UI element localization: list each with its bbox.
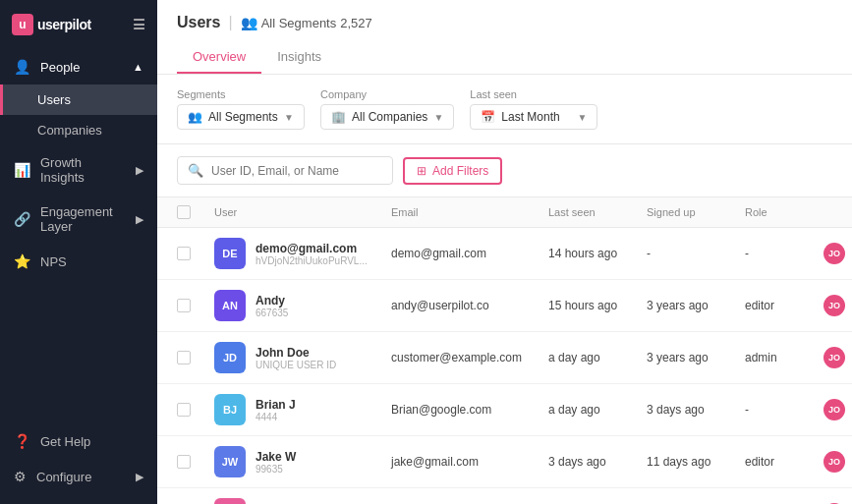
sidebar-item-get-help[interactable]: ❓ Get Help (0, 423, 157, 459)
users-table: User Email Last seen Signed up Role DE d… (157, 197, 852, 504)
row-signed-up-cell: 2 years ago (635, 488, 733, 505)
row-action-cell: JO (812, 228, 852, 280)
row-role-cell: admin (733, 488, 812, 505)
th-last-seen: Last seen (537, 197, 635, 228)
table-header: User Email Last seen Signed up Role (157, 197, 852, 228)
page-title: Users | 👥 All Segments 2,527 (177, 14, 832, 31)
row-checkbox[interactable] (177, 299, 191, 312)
sidebar-item-engagement-layer[interactable]: 🔗 Engagement Layer ▶ (0, 195, 157, 244)
segments-select[interactable]: 👥 All Segments ▼ (177, 104, 305, 130)
row-action-cell: JO (812, 280, 852, 332)
avatar: JW (214, 446, 246, 477)
search-input-wrap[interactable]: 🔍 (177, 156, 393, 185)
company-icon: 🏢 (331, 110, 346, 124)
row-email-cell: samantha@userpilot.co (379, 488, 537, 505)
row-user-cell: DE demo@gmail.com hVDjoN2thiUukoPuRVL... (202, 228, 379, 280)
logo-icon: u (12, 14, 33, 35)
main-header: Users | 👥 All Segments 2,527 Overview In… (157, 0, 852, 75)
th-role: Role (733, 197, 812, 228)
row-user-cell: SA Samantha 71142 (202, 488, 379, 505)
row-action-button[interactable]: JO (824, 295, 845, 316)
row-action-cell: JO (812, 332, 852, 384)
last-seen-select[interactable]: 📅 Last Month ▼ (470, 104, 597, 130)
table-row: JD John Doe UNIQUE USER ID customer@exam… (157, 332, 852, 384)
row-action-button[interactable]: JO (824, 399, 845, 420)
companies-label: Companies (37, 123, 102, 138)
sidebar-item-growth-insights[interactable]: 📊 Growth Insights ▶ (0, 145, 157, 195)
row-signed-up-cell: 3 days ago (635, 384, 733, 436)
row-checkbox[interactable] (177, 455, 191, 469)
row-last-seen-cell: 15 hours ago (537, 280, 635, 332)
row-checkbox[interactable] (177, 403, 191, 417)
row-email-cell: andy@userpilot.co (379, 280, 537, 332)
user-name: John Doe (256, 346, 336, 360)
row-action-button[interactable]: JO (824, 347, 845, 368)
table-row: SA Samantha 71142 samantha@userpilot.co … (157, 488, 852, 505)
segments-label: Segments (177, 88, 305, 100)
row-action-button[interactable]: JO (824, 243, 845, 264)
user-count: 2,527 (340, 16, 372, 30)
people-icon: 👤 (14, 59, 30, 75)
sidebar-item-people[interactable]: 👤 People ▲ (0, 49, 157, 84)
row-role-cell: - (733, 228, 812, 280)
segment-label-text: All Segments (261, 16, 337, 30)
users-label: Users (37, 92, 71, 107)
sidebar: u userpilot ☰ 👤 People ▲ Users Companies… (0, 0, 157, 504)
title-text: Users (177, 14, 220, 31)
row-checkbox[interactable] (177, 247, 191, 260)
row-last-seen-cell: a day ago (537, 384, 635, 436)
company-select[interactable]: 🏢 All Companies ▼ (320, 104, 454, 130)
get-help-label: Get Help (40, 434, 90, 449)
last-seen-icon: 📅 (481, 110, 495, 124)
search-input[interactable] (211, 164, 382, 178)
sidebar-item-label: Engagement Layer (40, 204, 126, 234)
row-action-button[interactable]: JO (824, 451, 845, 473)
row-signed-up-cell: - (635, 228, 733, 280)
chevron-up-icon: ▲ (133, 61, 143, 73)
row-checkbox[interactable] (177, 351, 191, 364)
avatar: JD (214, 342, 246, 373)
row-action-cell: JO (812, 488, 852, 505)
title-separator: | (228, 14, 232, 31)
user-info: Andy 667635 (256, 294, 288, 318)
sidebar-nav: 👤 People ▲ Users Companies 📊 Growth Insi… (0, 49, 157, 423)
user-id: 667635 (256, 308, 288, 318)
tab-insights[interactable]: Insights (261, 41, 337, 74)
search-icon: 🔍 (188, 163, 203, 178)
row-action-cell: JO (812, 436, 852, 488)
row-checkbox-cell (157, 332, 202, 384)
company-value: All Companies (352, 110, 427, 124)
row-checkbox-cell (157, 488, 202, 505)
last-seen-value: Last Month (501, 110, 559, 124)
segments-chevron-icon: ▼ (284, 112, 294, 123)
add-filters-button[interactable]: ⊞ Add Filters (403, 157, 502, 185)
configure-icon: ⚙ (14, 469, 27, 484)
tab-bar: Overview Insights (177, 41, 832, 74)
row-checkbox-cell (157, 280, 202, 332)
row-signed-up-cell: 3 years ago (635, 332, 733, 384)
th-checkbox (157, 197, 202, 228)
sidebar-item-users[interactable]: Users (0, 84, 157, 115)
table-row: AN Andy 667635 andy@userpilot.co 15 hour… (157, 280, 852, 332)
users-count-icon: 👥 (241, 15, 257, 30)
sidebar-item-companies[interactable]: Companies (0, 115, 157, 145)
row-user-cell: AN Andy 667635 (202, 280, 379, 332)
main-content: Users | 👥 All Segments 2,527 Overview In… (157, 0, 852, 504)
user-info: John Doe UNIQUE USER ID (256, 346, 336, 370)
row-email-cell: jake@gmail.com (379, 436, 537, 488)
avatar: BJ (214, 394, 246, 425)
user-id: 4444 (256, 412, 296, 422)
row-user-cell: JW Jake W 99635 (202, 436, 379, 488)
row-last-seen-cell: 14 hours ago (537, 228, 635, 280)
row-action-cell: JO (812, 384, 852, 436)
user-name: Jake W (256, 450, 296, 464)
header-checkbox[interactable] (177, 205, 191, 219)
th-signed-up: Signed up (635, 197, 733, 228)
sidebar-item-configure[interactable]: ⚙ Configure ▶ (0, 459, 157, 494)
sidebar-item-nps[interactable]: ⭐ NPS (0, 244, 157, 279)
th-user: User (202, 197, 379, 228)
collapse-button[interactable]: ☰ (133, 17, 145, 32)
company-label: Company (320, 88, 454, 100)
segments-icon: 👥 (188, 110, 202, 124)
tab-overview[interactable]: Overview (177, 41, 261, 74)
